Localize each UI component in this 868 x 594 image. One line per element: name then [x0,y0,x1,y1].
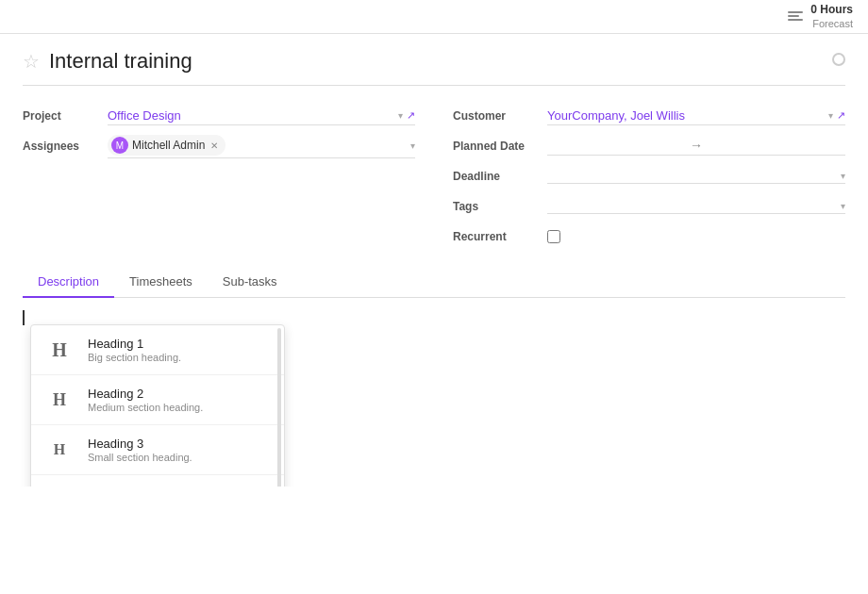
recurrent-label: Recurrent [453,230,547,243]
title-row: ☆ Internal training [23,34,845,86]
planned-date-row: Planned Date → [453,131,845,161]
tab-timesheets[interactable]: Timesheets [114,267,208,298]
text-icon: ¶ [44,485,75,487]
assignee-tag: M Mitchell Admin ✕ [108,135,225,156]
tags-dropdown-arrow[interactable]: ▾ [841,201,845,211]
page-content: ☆ Internal training Project Office Desig… [0,34,868,487]
project-field[interactable]: Office Design ▾ ↗ [108,107,415,125]
menu-item-heading3[interactable]: H Heading 3 Small section heading. [31,425,284,475]
menu-item-heading1[interactable]: H Heading 1 Big section heading. [31,325,284,375]
deadline-dropdown-arrow[interactable]: ▾ [841,171,845,181]
assignee-avatar: M [111,137,128,154]
heading2-icon: H [44,385,75,415]
tags-value: ▾ [547,199,845,214]
project-link[interactable]: Office Design [108,108,181,123]
status-circle[interactable] [832,53,845,66]
customer-field[interactable]: YourCompany, Joel Willis ▾ ↗ [547,107,845,125]
form-left: Project Office Design ▾ ↗ Assignees M [23,101,415,252]
heading2-title: Heading 2 [88,387,271,401]
heading3-title: Heading 3 [88,437,271,451]
heading3-icon: H [44,435,75,465]
heading1-icon: H [44,335,75,365]
date-arrow-icon: → [690,138,703,153]
tab-description[interactable]: Description [23,267,114,298]
deadline-field[interactable]: ▾ [547,169,845,184]
deadline-label: Deadline [453,170,547,183]
assignees-field[interactable]: M Mitchell Admin ✕ ▾ [108,133,415,158]
forecast-icon [788,11,803,21]
forecast-text: 0 Hours Forecast [810,3,853,31]
project-row: Project Office Design ▾ ↗ [23,101,415,131]
customer-row: Customer YourCompany, Joel Willis ▾ ↗ [453,101,845,131]
project-external-link-icon[interactable]: ↗ [407,109,415,122]
tabs: Description Timesheets Sub-tasks [23,267,845,298]
assignees-value: M Mitchell Admin ✕ ▾ [108,133,415,158]
forecast-button[interactable]: 0 Hours Forecast [788,3,853,31]
tab-subtasks[interactable]: Sub-tasks [208,267,292,298]
assignees-label: Assignees [23,140,108,153]
forecast-label: Forecast [810,17,853,30]
customer-external-link-icon[interactable]: ↗ [837,109,845,122]
assignee-name: Mitchell Admin [132,139,205,152]
forecast-hours: 0 Hours [810,3,853,18]
menu-scrollbar[interactable] [277,328,281,487]
block-type-menu: H Heading 1 Big section heading. H Headi… [30,324,285,487]
menu-item-heading2[interactable]: H Heading 2 Medium section heading. [31,375,284,425]
tags-field[interactable]: ▾ [547,199,845,214]
project-dropdown-arrow[interactable]: ▾ [398,110,403,121]
assignees-dropdown-arrow[interactable]: ▾ [410,140,415,151]
recurrent-value [547,230,845,243]
heading3-desc: Small section heading. [88,452,271,463]
heading1-text: Heading 1 Big section heading. [88,337,271,363]
editor-cursor [23,310,25,325]
heading2-desc: Medium section heading. [88,402,271,413]
star-icon[interactable]: ☆ [23,50,40,73]
form-right: Customer YourCompany, Joel Willis ▾ ↗ Pl… [453,101,845,252]
deadline-value: ▾ [547,169,845,184]
deadline-row: Deadline ▾ [453,161,845,191]
customer-link[interactable]: YourCompany, Joel Willis [547,108,685,123]
tags-label: Tags [453,200,547,213]
heading1-title: Heading 1 [88,337,271,351]
planned-date-field[interactable]: → [547,136,845,156]
tags-row: Tags ▾ [453,191,845,222]
assignees-row: Assignees M Mitchell Admin ✕ ▾ [23,131,415,161]
heading1-desc: Big section heading. [88,352,271,363]
recurrent-row: Recurrent [453,222,845,252]
top-bar: 0 Hours Forecast [0,0,868,34]
assignee-remove-button[interactable]: ✕ [210,140,218,151]
heading3-text: Heading 3 Small section heading. [88,437,271,463]
customer-dropdown-arrow[interactable]: ▾ [828,110,833,121]
customer-label: Customer [453,109,547,123]
editor-area[interactable]: H Heading 1 Big section heading. H Headi… [23,298,845,487]
project-value: Office Design ▾ ↗ [108,107,415,125]
heading2-text: Heading 2 Medium section heading. [88,387,271,413]
planned-date-value: → [547,136,845,156]
project-label: Project [23,109,108,123]
planned-date-label: Planned Date [453,140,547,153]
recurrent-checkbox[interactable] [547,230,560,243]
form-grid: Project Office Design ▾ ↗ Assignees M [23,101,845,252]
page-title[interactable]: Internal training [49,49,845,74]
menu-item-text[interactable]: ¶ Text Paragraph block. [31,475,284,487]
customer-value: YourCompany, Joel Willis ▾ ↗ [547,107,845,125]
